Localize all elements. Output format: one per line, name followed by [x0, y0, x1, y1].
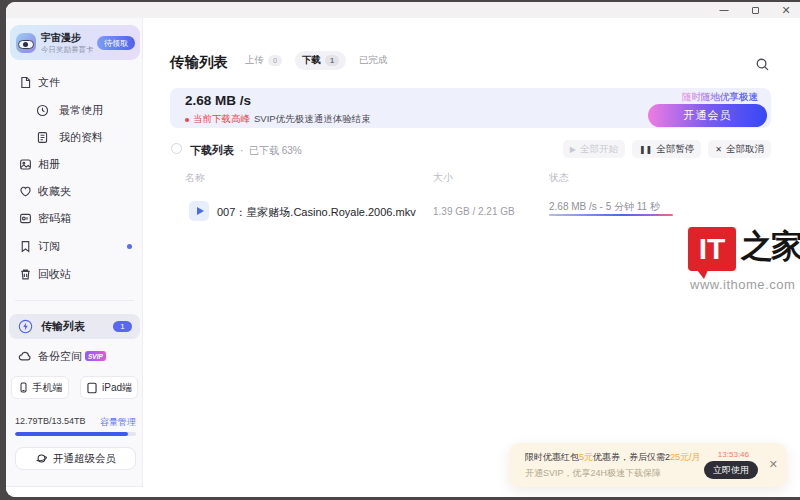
sidebar-item-label: 订阅: [38, 239, 60, 254]
app-body: 宇宙漫步 今日奖励券盲卡 待领取 文件 最常使用 我的资料: [6, 18, 800, 497]
window-close-button[interactable]: ✕: [771, 2, 800, 18]
ithome-logo: IT: [688, 227, 736, 271]
tab-upload[interactable]: 上传 0: [241, 51, 286, 70]
banner-subtext: 当前下载高峰 SVIP优先极速通道体验结束: [185, 113, 371, 126]
tab-completed[interactable]: 已完成: [355, 51, 392, 70]
planet-icon: [35, 452, 48, 465]
column-header-size: 大小: [433, 171, 453, 185]
window-titlebar: — ✕: [6, 2, 800, 18]
use-now-button[interactable]: 立即使用: [704, 461, 758, 479]
download-group-label: 下载列表: [190, 143, 234, 158]
downloaded-percent-text: · 已下载 63%: [240, 144, 302, 158]
peak-alert-text: 当前下载高峰: [193, 113, 250, 126]
toast-close-icon[interactable]: ✕: [769, 458, 778, 471]
sidebar-divider: [15, 300, 134, 301]
sidebar-item-label: 相册: [38, 157, 60, 172]
storage-progress-bar: [15, 432, 136, 436]
start-all-button[interactable]: ▶ 全部开始: [563, 140, 625, 158]
cloud-icon: [18, 349, 32, 363]
sidebar-item-label: 最常使用: [59, 103, 103, 118]
batch-buttons: ▶ 全部开始 ❚❚ 全部暂停 ✕ 全部取消: [563, 140, 771, 158]
sidebar-item-label: 回收站: [38, 267, 71, 282]
promo-price-highlight: 25元/月: [670, 452, 701, 462]
pause-icon: ❚❚: [639, 145, 652, 154]
close-icon: ✕: [715, 145, 722, 154]
promo-toast: 限时优惠红包5元优惠券，券后仅需225元/月 开通SVIP，优享24H极速下载保…: [509, 443, 787, 487]
promo-gradient-text: 随时随地优享极速: [682, 91, 758, 104]
open-svip-label: 开通超级会员: [53, 452, 116, 466]
table-row[interactable]: 007：皇家赌场.Casino.Royale.2006.mkv 1.39 GB …: [144, 196, 800, 224]
list-controls-row: 下载列表 · 已下载 63% ▶ 全部开始 ❚❚ 全部暂停 ✕ 全部取消: [144, 140, 800, 158]
sidebar-item-label: 密码箱: [38, 211, 71, 226]
promo-text-segment: 优惠券，券后仅需2: [593, 452, 670, 462]
safe-box-icon: [18, 211, 32, 225]
download-progress-line: [549, 214, 673, 216]
cancel-all-label: 全部取消: [726, 143, 764, 156]
sidebar-item-label: 文件: [38, 75, 60, 90]
ipad-client-button[interactable]: iPad端: [80, 376, 138, 399]
user-name: 宇宙漫步: [41, 31, 81, 45]
user-card[interactable]: 宇宙漫步 今日奖励券盲卡 待领取: [10, 25, 140, 60]
open-member-button[interactable]: 开通会员: [648, 104, 767, 127]
tab-download-count-badge: 1: [325, 55, 339, 66]
sidebar-item-password-box[interactable]: 密码箱: [6, 208, 143, 228]
page-title: 传输列表: [170, 53, 228, 72]
ithome-watermark: IT 之家 www.ithome.com: [684, 225, 800, 295]
pause-all-button[interactable]: ❚❚ 全部暂停: [632, 140, 701, 158]
downloaded-label: 已下载 63%: [249, 145, 302, 156]
promo-line1: 限时优惠红包5元优惠券，券后仅需225元/月: [525, 451, 701, 464]
sidebar-item-label: 我的资料: [59, 130, 103, 145]
open-svip-button[interactable]: 开通超级会员: [15, 447, 136, 470]
play-icon: [197, 207, 204, 215]
select-all-checkbox[interactable]: [171, 143, 182, 154]
tablet-icon: [86, 382, 98, 394]
svip-hint-text: SVIP优先极速通道体验结束: [254, 113, 371, 126]
sidebar-item-files[interactable]: 文件: [6, 72, 143, 92]
tab-bar: 上传 0 下载 1 已完成: [241, 50, 392, 71]
phone-icon: [18, 382, 29, 393]
sidebar-item-label: 传输列表: [41, 319, 85, 334]
column-header-status: 状态: [549, 171, 569, 185]
search-icon[interactable]: [755, 57, 770, 72]
photo-icon: [18, 157, 32, 171]
column-header-name: 名称: [185, 171, 205, 185]
separator-dot: ·: [240, 145, 243, 156]
start-all-label: 全部开始: [580, 143, 618, 156]
storage-manage-link[interactable]: 容量管理: [100, 416, 136, 429]
svip-badge: SVIP: [85, 351, 106, 361]
sidebar-item-albums[interactable]: 相册: [6, 154, 143, 174]
claim-reward-button[interactable]: 待领取: [97, 36, 135, 50]
promo-line2: 开通SVIP，优享24H极速下载保障: [525, 467, 661, 480]
sidebar-item-transfer-list[interactable]: 传输列表 1: [9, 314, 140, 339]
ithome-url-text: www.ithome.com: [690, 277, 795, 292]
phone-client-button[interactable]: 手机端: [11, 376, 69, 399]
storage-progress-fill: [15, 432, 128, 436]
profile-doc-icon: [35, 130, 49, 144]
file-name: 007：皇家赌场.Casino.Royale.2006.mkv: [217, 205, 416, 220]
window-maximize-button[interactable]: [740, 2, 770, 18]
file-size: 1.39 GB / 2.21 GB: [433, 206, 515, 217]
storage-usage-text: 12.79TB/13.54TB: [15, 416, 86, 426]
cancel-all-button[interactable]: ✕ 全部取消: [708, 140, 771, 158]
trash-icon: [18, 267, 32, 281]
sidebar-item-subscriptions[interactable]: 订阅: [6, 236, 143, 256]
file-status: 2.68 MB /s - 5 分钟 11 秒: [549, 200, 660, 214]
lightning-circle-icon: [18, 319, 33, 334]
sidebar-item-label: 备份空间: [38, 349, 82, 364]
sidebar-item-recycle-bin[interactable]: 回收站: [6, 264, 143, 284]
file-icon: [18, 75, 32, 89]
heart-icon: [18, 184, 32, 198]
sidebar-item-my-data[interactable]: 我的资料: [6, 127, 143, 147]
user-card-subtitle: 今日奖励券盲卡: [41, 45, 94, 55]
promo-text-segment: 限时优惠红包: [525, 452, 579, 462]
sidebar-item-backup-space[interactable]: 备份空间 SVIP: [6, 346, 143, 366]
window-minimize-button[interactable]: —: [709, 2, 739, 18]
tab-download[interactable]: 下载 1: [295, 51, 346, 70]
resume-task-button[interactable]: [189, 201, 209, 221]
clock-icon: [35, 103, 49, 117]
device-button-label: 手机端: [33, 381, 63, 395]
tab-label: 上传: [245, 54, 264, 67]
sidebar-item-favorites[interactable]: 收藏夹: [6, 181, 143, 201]
sidebar-item-recent[interactable]: 最常使用: [6, 100, 143, 120]
speed-banner: 2.68 MB /s 当前下载高峰 SVIP优先极速通道体验结束 随时随地优享极…: [170, 88, 771, 128]
